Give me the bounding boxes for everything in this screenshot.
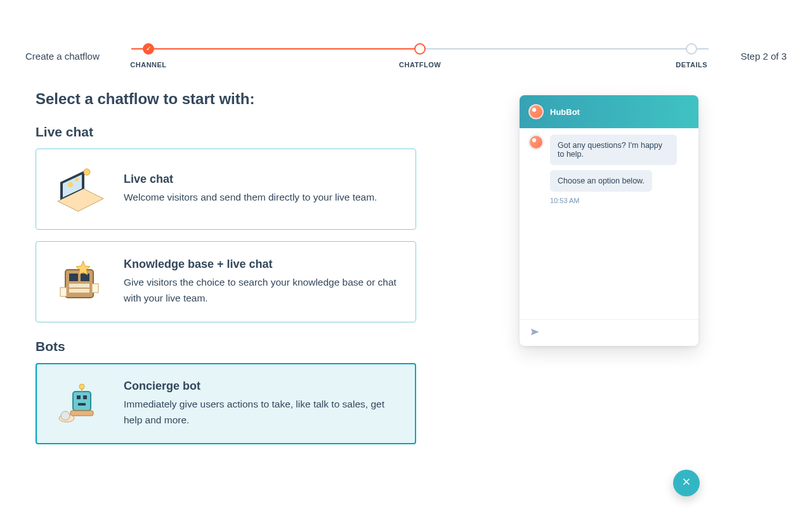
bot-message: Got any questions? I'm happy to help.: [550, 135, 677, 165]
chat-input-area[interactable]: [520, 319, 698, 346]
wizard-header: Create a chatflow ✓ CHANNEL CHATFLOW DET…: [0, 0, 812, 71]
step-label-chatflow: CHATFLOW: [399, 61, 441, 69]
svg-point-3: [68, 182, 73, 187]
step-dot-details[interactable]: [686, 43, 697, 55]
card-body: Live chat Welcome visitors and send them…: [124, 173, 377, 205]
chat-widget: HubBot Got any questions? I'm happy to h…: [520, 95, 698, 346]
svg-point-21: [61, 411, 70, 420]
close-chat-button[interactable]: [673, 470, 700, 496]
bot-name: HubBot: [550, 107, 580, 117]
card-body: Knowledge base + live chat Give visitors…: [124, 258, 400, 305]
page-title: Select a chatflow to start with:: [36, 90, 416, 108]
message-row: Got any questions? I'm happy to help. Ch…: [528, 135, 690, 204]
wizard-title: Create a chatflow: [25, 38, 100, 62]
bot-message: Choose an option below.: [550, 170, 652, 192]
avatar-column: [528, 135, 545, 204]
svg-rect-7: [69, 274, 78, 281]
card-body: Concierge bot Immediately give users act…: [124, 380, 400, 427]
knowledge-base-icon: [51, 256, 108, 308]
concierge-bot-icon: [51, 378, 108, 430]
chat-header: HubBot: [520, 95, 698, 128]
svg-rect-12: [92, 284, 98, 293]
svg-rect-10: [69, 289, 89, 293]
close-icon: [681, 477, 691, 489]
content: Select a chatflow to start with: Live ch…: [0, 71, 812, 461]
message-time: 10:53 AM: [550, 197, 690, 204]
bot-avatar-icon: [528, 104, 544, 119]
svg-rect-19: [70, 411, 93, 416]
livechat-cards: Live chat Welcome visitors and send them…: [36, 149, 416, 322]
svg-rect-14: [77, 395, 81, 399]
step-dot-chatflow[interactable]: [414, 43, 426, 55]
svg-point-4: [75, 178, 79, 182]
step-dot-channel[interactable]: ✓: [143, 43, 154, 55]
svg-point-5: [84, 169, 90, 175]
send-icon[interactable]: [530, 327, 540, 340]
svg-rect-9: [69, 284, 89, 288]
card-title: Concierge bot: [124, 380, 400, 393]
card-live-chat[interactable]: Live chat Welcome visitors and send them…: [36, 149, 416, 230]
stepper-track-progress: [131, 48, 420, 50]
svg-rect-16: [78, 403, 86, 406]
card-concierge-bot[interactable]: Concierge bot Immediately give users act…: [36, 363, 416, 444]
chat-preview-wrapper: HubBot Got any questions? I'm happy to h…: [520, 95, 698, 461]
bot-avatar-icon: [528, 135, 544, 150]
svg-point-17: [79, 384, 84, 389]
group-title-livechat: Live chat: [36, 124, 416, 140]
laptop-chat-icon: [51, 163, 108, 215]
card-desc: Give visitors the choice to search your …: [124, 275, 400, 305]
step-label-channel: CHANNEL: [130, 61, 166, 69]
bots-cards: Concierge bot Immediately give users act…: [36, 363, 416, 444]
message-column: Got any questions? I'm happy to help. Ch…: [550, 135, 690, 204]
stepper-labels: CHANNEL CHATFLOW DETAILS: [125, 61, 716, 71]
stepper: ✓ CHANNEL CHATFLOW DETAILS: [125, 38, 716, 71]
card-title: Knowledge base + live chat: [124, 258, 400, 271]
card-kb-live-chat[interactable]: Knowledge base + live chat Give visitors…: [36, 241, 416, 322]
check-icon: ✓: [146, 46, 151, 52]
group-title-bots: Bots: [36, 339, 416, 354]
stepper-track: ✓: [125, 43, 716, 55]
step-label-details: DETAILS: [676, 61, 707, 69]
preview-column: HubBot Got any questions? I'm happy to h…: [442, 90, 776, 461]
svg-rect-11: [60, 288, 67, 296]
chat-body: Got any questions? I'm happy to help. Ch…: [520, 128, 698, 319]
svg-rect-8: [81, 274, 89, 281]
chatflow-options: Select a chatflow to start with: Live ch…: [36, 90, 416, 461]
svg-rect-13: [73, 392, 91, 411]
card-desc: Welcome visitors and send them directly …: [124, 190, 377, 205]
step-counter: Step 2 of 3: [740, 38, 787, 62]
svg-rect-15: [83, 395, 87, 399]
card-title: Live chat: [124, 173, 377, 186]
card-desc: Immediately give users actions to take, …: [124, 397, 400, 427]
